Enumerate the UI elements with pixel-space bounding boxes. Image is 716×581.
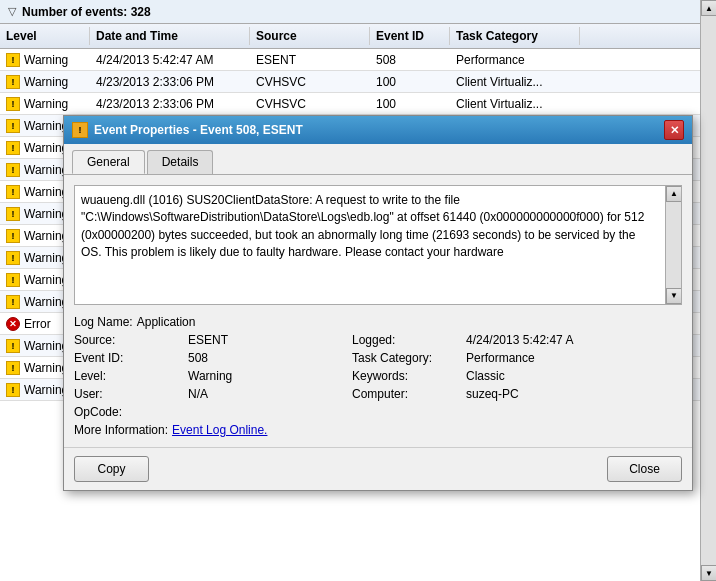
msg-scroll-track[interactable] — [666, 202, 681, 288]
computer-value: suzeq-PC — [466, 387, 682, 401]
source-label: Source: — [74, 333, 184, 347]
dialog-close-button[interactable]: ✕ — [664, 120, 684, 140]
dialog-tabs: General Details — [64, 144, 692, 175]
logged-label: Logged: — [352, 333, 462, 347]
eventid-value: 508 — [188, 351, 348, 365]
keywords-label: Keywords: — [352, 369, 462, 383]
moreinfo-label: More Information: — [74, 423, 168, 437]
log-name-value: Application — [137, 315, 196, 329]
close-button[interactable]: Close — [607, 456, 682, 482]
eventid-label: Event ID: — [74, 351, 184, 365]
keywords-value: Classic — [466, 369, 682, 383]
tab-details[interactable]: Details — [147, 150, 214, 174]
properties-section: Log Name: Application Source: ESENT Logg… — [74, 315, 682, 437]
tab-general[interactable]: General — [72, 150, 145, 174]
logged-value: 4/24/2013 5:42:47 A — [466, 333, 682, 347]
moreinfo-link[interactable]: Event Log Online. — [172, 423, 267, 437]
source-value: ESENT — [188, 333, 348, 347]
computer-label: Computer: — [352, 387, 462, 401]
level-label: Level: — [74, 369, 184, 383]
modal-overlay: ! Event Properties - Event 508, ESENT ✕ … — [0, 0, 716, 581]
message-scrollbar[interactable]: ▲ ▼ — [665, 186, 681, 304]
dialog-window-icon: ! — [72, 122, 88, 138]
log-name-label: Log Name: — [74, 315, 133, 329]
message-text: wuaueng.dll (1016) SUS20ClientDataStore:… — [81, 192, 675, 262]
moreinfo-row: More Information: Event Log Online. — [74, 423, 682, 437]
dialog-footer: Copy Close — [64, 447, 692, 490]
msg-scroll-down[interactable]: ▼ — [666, 288, 682, 304]
dialog-titlebar: ! Event Properties - Event 508, ESENT ✕ — [64, 116, 692, 144]
dialog-content: wuaueng.dll (1016) SUS20ClientDataStore:… — [64, 175, 692, 447]
opcode-row: OpCode: — [74, 405, 682, 419]
opcode-label: OpCode: — [74, 405, 122, 419]
message-box: wuaueng.dll (1016) SUS20ClientDataStore:… — [74, 185, 682, 305]
props-grid: Source: ESENT Logged: 4/24/2013 5:42:47 … — [74, 333, 682, 401]
taskcategory-label: Task Category: — [352, 351, 462, 365]
logname-row: Log Name: Application — [74, 315, 682, 329]
taskcategory-value: Performance — [466, 351, 682, 365]
copy-button[interactable]: Copy — [74, 456, 149, 482]
user-value: N/A — [188, 387, 348, 401]
level-value: Warning — [188, 369, 348, 383]
dialog-title-left: ! Event Properties - Event 508, ESENT — [72, 122, 303, 138]
event-properties-dialog: ! Event Properties - Event 508, ESENT ✕ … — [63, 115, 693, 491]
msg-scroll-up[interactable]: ▲ — [666, 186, 682, 202]
user-label: User: — [74, 387, 184, 401]
dialog-title-text: Event Properties - Event 508, ESENT — [94, 123, 303, 137]
